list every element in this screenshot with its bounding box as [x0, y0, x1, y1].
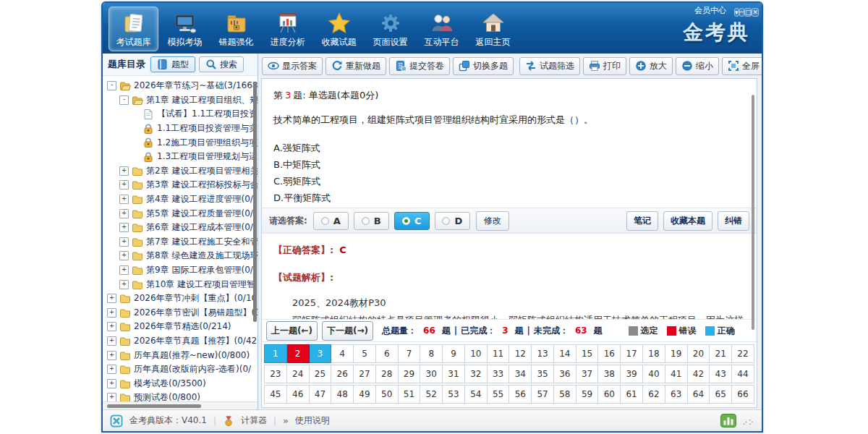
- stats-chart-button[interactable]: [720, 414, 736, 427]
- question-cell-35[interactable]: 35: [532, 365, 554, 383]
- minimize-button[interactable]: ─: [739, 8, 744, 17]
- question-cell-27[interactable]: 27: [354, 365, 376, 383]
- question-cell-46[interactable]: 46: [287, 385, 310, 404]
- choice-d-button[interactable]: D: [435, 212, 470, 230]
- question-cell-3[interactable]: 3: [310, 344, 332, 363]
- modify-button[interactable]: 修改: [476, 211, 509, 231]
- expand-icon[interactable]: +: [119, 280, 129, 289]
- fullscreen-button[interactable]: 全屏: [722, 57, 763, 75]
- zoom-in-button[interactable]: 放大: [629, 57, 673, 75]
- expand-icon[interactable]: +: [119, 166, 129, 176]
- multi-switch-button[interactable]: 切换多题: [453, 57, 514, 75]
- question-vertical-scrollbar[interactable]: [752, 95, 754, 330]
- prev-question-button[interactable]: 上一题(←): [266, 321, 318, 341]
- question-cell-41[interactable]: 41: [665, 365, 688, 383]
- refresh-button[interactable]: 重新做题: [326, 57, 386, 75]
- question-cell-14[interactable]: 14: [554, 344, 576, 363]
- tree-item[interactable]: +模考试卷(0/3500): [103, 376, 258, 391]
- tree-item[interactable]: +第9章 国际工程承包管理(0/: [103, 263, 258, 278]
- question-cell-59[interactable]: 59: [576, 385, 599, 404]
- question-cell-52[interactable]: 52: [420, 385, 443, 404]
- question-cell-13[interactable]: 13: [532, 344, 554, 363]
- question-cell-5[interactable]: 5: [354, 344, 376, 363]
- question-cell-64[interactable]: 64: [688, 385, 710, 404]
- member-center-link[interactable]: 会员中心: [694, 5, 726, 16]
- question-cell-25[interactable]: 25: [310, 365, 332, 383]
- question-cell-28[interactable]: 28: [376, 365, 399, 383]
- question-cell-49[interactable]: 49: [354, 385, 376, 404]
- question-cell-22[interactable]: 22: [732, 344, 754, 363]
- question-type-button[interactable]: 题型: [150, 56, 195, 72]
- filter-button[interactable]: 试题筛选: [519, 57, 580, 75]
- question-cell-43[interactable]: 43: [710, 365, 732, 383]
- question-cell-51[interactable]: 51: [399, 385, 421, 404]
- question-cell-6[interactable]: 6: [376, 344, 399, 363]
- question-cell-55[interactable]: 55: [488, 385, 510, 404]
- nav-favorites-star[interactable]: 收藏试题: [314, 7, 364, 51]
- question-cell-57[interactable]: 57: [532, 385, 554, 404]
- nav-progress-analysis[interactable]: 进度分析: [263, 7, 312, 51]
- skin-button[interactable]: ▾: [734, 8, 739, 17]
- question-cell-23[interactable]: 23: [264, 365, 287, 383]
- next-question-button[interactable]: 下一题(→): [322, 321, 373, 341]
- tree-item[interactable]: +2026年章节密训【易错题型】(0/: [103, 306, 258, 320]
- tree-item[interactable]: 1.3工程项目管理规划与运: [103, 150, 258, 164]
- question-cell-50[interactable]: 50: [376, 385, 399, 404]
- question-cell-62[interactable]: 62: [643, 385, 665, 404]
- tree-hscroll-thumb[interactable]: [107, 404, 201, 408]
- question-cell-32[interactable]: 32: [465, 365, 488, 383]
- note-button[interactable]: 笔记: [626, 211, 658, 231]
- tree-vertical-scrollbar[interactable]: [253, 83, 257, 322]
- nav-mock-exam[interactable]: 模拟考场: [160, 7, 210, 51]
- tree-item[interactable]: +第4章 建设工程进度管理(0/: [103, 192, 258, 207]
- expand-icon[interactable]: +: [119, 237, 129, 247]
- tree-item[interactable]: +第8章 绿色建造及施工现场环: [103, 249, 258, 263]
- question-cell-63[interactable]: 63: [665, 385, 688, 404]
- tree-item[interactable]: +第2章 建设工程项目管理相关: [103, 164, 258, 179]
- collapse-icon[interactable]: -: [119, 95, 129, 105]
- tree-item[interactable]: +第3章 建设工程招标投标与合: [103, 178, 258, 192]
- question-cell-10[interactable]: 10: [465, 344, 488, 363]
- expand-icon[interactable]: +: [107, 322, 116, 331]
- question-cell-34[interactable]: 34: [509, 365, 532, 383]
- expand-icon[interactable]: +: [107, 379, 116, 388]
- help-link[interactable]: 使用说明: [295, 414, 330, 427]
- nav-question-bank[interactable]: 考试题库: [109, 7, 158, 51]
- maximize-button[interactable]: □: [744, 8, 752, 17]
- tree-item[interactable]: 【试看】1.1工程项目投资: [103, 107, 258, 122]
- expand-icon[interactable]: +: [107, 365, 116, 374]
- expand-icon[interactable]: +: [107, 336, 116, 346]
- resize-grip[interactable]: ⡠⡢: [742, 417, 754, 425]
- question-cell-21[interactable]: 21: [710, 344, 732, 363]
- nav-page-settings-gear[interactable]: 页面设置: [365, 7, 415, 51]
- collect-question-button[interactable]: 收藏本题: [663, 211, 712, 231]
- search-button[interactable]: 搜索: [199, 56, 244, 72]
- expand-icon[interactable]: +: [107, 294, 116, 303]
- tree-item[interactable]: -第1章 建设工程项目组织、规: [103, 93, 258, 108]
- question-cell-12[interactable]: 12: [509, 344, 532, 363]
- question-cell-26[interactable]: 26: [331, 365, 354, 383]
- expand-icon[interactable]: +: [107, 308, 116, 318]
- question-cell-54[interactable]: 54: [465, 385, 488, 404]
- choice-b-button[interactable]: B: [354, 212, 389, 230]
- question-cell-39[interactable]: 39: [621, 365, 643, 383]
- report-error-button[interactable]: 纠错: [718, 211, 749, 231]
- question-cell-65[interactable]: 65: [710, 385, 732, 404]
- question-cell-42[interactable]: 42: [688, 365, 710, 383]
- eye-button[interactable]: 显示答案: [262, 57, 323, 75]
- tree-item[interactable]: +历年真题(推荐~new)(0/800): [103, 348, 258, 362]
- expand-icon[interactable]: +: [119, 265, 129, 275]
- question-cell-60[interactable]: 60: [598, 385, 621, 404]
- question-cell-11[interactable]: 11: [488, 344, 510, 363]
- question-cell-38[interactable]: 38: [598, 365, 621, 383]
- zoom-out-button[interactable]: 缩小: [676, 57, 719, 75]
- question-cell-24[interactable]: 24: [287, 365, 310, 383]
- question-cell-40[interactable]: 40: [643, 365, 665, 383]
- question-cell-9[interactable]: 9: [443, 344, 465, 363]
- question-cell-1[interactable]: 1: [264, 344, 287, 363]
- question-cell-31[interactable]: 31: [443, 365, 465, 383]
- choice-a-button[interactable]: A: [313, 212, 349, 230]
- question-cell-18[interactable]: 18: [643, 344, 665, 363]
- question-cell-58[interactable]: 58: [554, 385, 576, 404]
- expand-icon[interactable]: +: [119, 195, 129, 204]
